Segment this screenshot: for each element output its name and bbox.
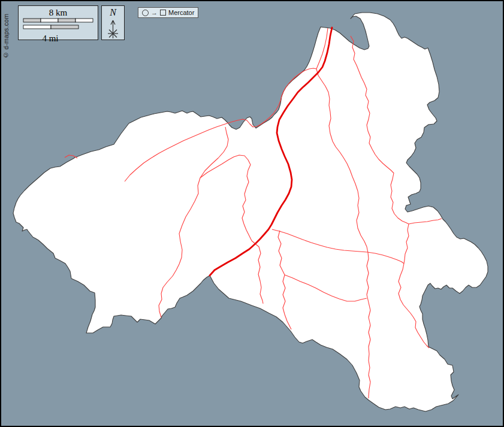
attribution-text: © d-maps.com xyxy=(2,7,10,59)
compass-arrow-icon xyxy=(102,18,124,40)
scale-bar-graphic xyxy=(19,18,98,31)
compass-north-label: N xyxy=(102,7,124,18)
map-graphic xyxy=(1,1,504,427)
projection-legend: → Mercator xyxy=(138,7,198,18)
scale-bar-panel: 8 km 4 mi xyxy=(18,5,98,40)
scale-mi-label: 4 mi xyxy=(19,34,82,43)
compass-panel: N xyxy=(101,5,125,40)
scale-km-label: 8 km xyxy=(19,8,98,18)
map-canvas: 8 km 4 mi N xyxy=(0,0,504,427)
arrow-right-icon: → xyxy=(151,10,158,16)
circle-icon xyxy=(142,10,149,16)
square-icon xyxy=(160,10,166,16)
projection-label: Mercator xyxy=(168,9,194,16)
